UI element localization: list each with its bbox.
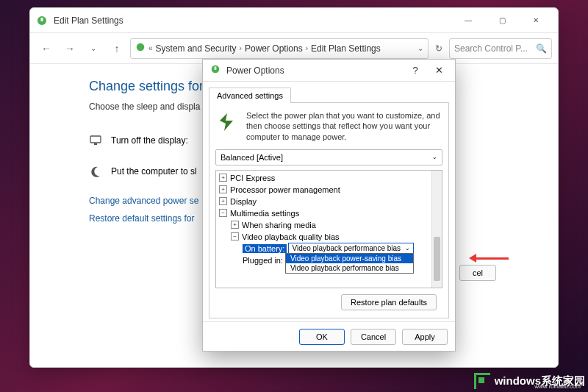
chevron-left-icon: «: [148, 44, 153, 52]
recent-dropdown-icon[interactable]: ⌄: [83, 38, 104, 59]
settings-tree[interactable]: +PCI Express +Processor power management…: [215, 170, 442, 288]
search-icon: 🔍: [536, 43, 547, 54]
ok-button[interactable]: OK: [299, 329, 345, 345]
breadcrumb[interactable]: « System and Security › Power Options › …: [130, 38, 429, 59]
cancel-button[interactable]: Cancel: [351, 329, 396, 345]
expand-icon[interactable]: +: [231, 221, 239, 229]
maximize-button[interactable]: ▢: [486, 10, 518, 31]
power-plug-icon: [135, 42, 146, 54]
sleep-label: Put the computer to sl: [111, 166, 197, 177]
expand-icon[interactable]: +: [219, 185, 227, 193]
battery-icon: [215, 110, 239, 134]
underlying-cancel-button[interactable]: cel: [459, 265, 496, 281]
tree-item[interactable]: PCI Express: [230, 174, 275, 182]
monitor-icon: [89, 134, 102, 147]
search-input[interactable]: Search Control P... 🔍: [449, 38, 552, 59]
breadcrumb-segment[interactable]: Edit Plan Settings: [311, 43, 381, 54]
back-button[interactable]: ←: [36, 38, 57, 59]
power-options-dialog: Power Options ? ✕ Advanced settings Sele…: [202, 59, 456, 352]
tree-item-playback-bias[interactable]: Video playback quality bias: [242, 232, 340, 241]
watermark-logo-icon: [474, 373, 490, 389]
watermark: windows系统家园 www.ruihaifu.com: [474, 373, 585, 389]
power-plug-icon: [210, 64, 220, 76]
expand-icon[interactable]: +: [219, 197, 227, 205]
tab-panel: Select the power plan that you want to c…: [209, 102, 449, 318]
power-plug-icon: [36, 15, 48, 26]
svg-rect-3: [90, 136, 101, 143]
dialog-title: Power Options: [226, 65, 401, 76]
moon-icon: [89, 165, 102, 178]
tree-item[interactable]: Processor power management: [230, 185, 340, 194]
dialog-buttons: OK Cancel Apply: [203, 321, 455, 351]
apply-button[interactable]: Apply: [402, 329, 448, 345]
dropdown-option-performance[interactable]: Video playback performance bias: [286, 263, 413, 273]
display-label: Turn off the display:: [111, 135, 188, 146]
on-battery-label: On battery:: [243, 244, 287, 253]
titlebar: Edit Plan Settings ― ▢ ✕: [30, 8, 558, 33]
up-button[interactable]: ↑: [107, 38, 127, 59]
plan-select-value: Balanced [Active]: [220, 153, 283, 162]
svg-rect-1: [41, 18, 43, 21]
watermark-subtext: www.ruihaifu.com: [534, 383, 581, 390]
refresh-button[interactable]: ↻: [431, 43, 446, 54]
breadcrumb-segment[interactable]: Power Options: [245, 43, 303, 54]
tab-row: Advanced settings: [203, 82, 455, 102]
close-button[interactable]: ✕: [520, 10, 552, 31]
search-placeholder: Search Control P...: [454, 43, 528, 54]
expand-icon[interactable]: +: [219, 174, 227, 182]
on-battery-dropdown-list[interactable]: Video playback power-saving bias Video p…: [285, 253, 414, 274]
callout-arrow: [469, 254, 509, 263]
svg-rect-4: [94, 143, 97, 145]
chevron-right-icon: ›: [306, 44, 308, 52]
collapse-icon[interactable]: −: [219, 209, 227, 217]
chevron-right-icon: ›: [240, 44, 242, 52]
svg-point-2: [137, 43, 145, 51]
tree-item[interactable]: When sharing media: [242, 221, 316, 229]
tab-advanced-settings[interactable]: Advanced settings: [209, 88, 291, 103]
breadcrumb-segment[interactable]: System and Security: [156, 43, 237, 54]
dialog-blurb: Select the power plan that you want to c…: [246, 110, 442, 142]
arrow-shaft: [476, 257, 509, 260]
window-title: Edit Plan Settings: [54, 15, 452, 26]
forward-button[interactable]: →: [60, 38, 80, 59]
restore-plan-defaults-button[interactable]: Restore plan defaults: [341, 294, 437, 310]
close-button[interactable]: ✕: [430, 65, 448, 76]
on-battery-value: Video playback performance bias: [292, 244, 401, 252]
chevron-down-icon: ⌄: [432, 154, 437, 160]
svg-rect-6: [215, 67, 217, 70]
minimize-button[interactable]: ―: [452, 10, 484, 31]
tree-item[interactable]: Display: [230, 197, 257, 206]
plan-select[interactable]: Balanced [Active] ⌄: [215, 149, 442, 165]
chevron-down-icon: ⌄: [405, 245, 410, 252]
plugged-in-label: Plugged in:: [243, 256, 283, 265]
tree-item-multimedia[interactable]: Multimedia settings: [230, 209, 299, 218]
help-button[interactable]: ?: [406, 65, 424, 76]
dialog-titlebar: Power Options ? ✕: [203, 60, 455, 82]
dropdown-option-power-saving[interactable]: Video playback power-saving bias: [286, 254, 413, 263]
arrow-head-icon: [469, 254, 476, 263]
collapse-icon[interactable]: −: [231, 232, 239, 240]
chevron-down-icon[interactable]: ⌄: [417, 44, 423, 52]
